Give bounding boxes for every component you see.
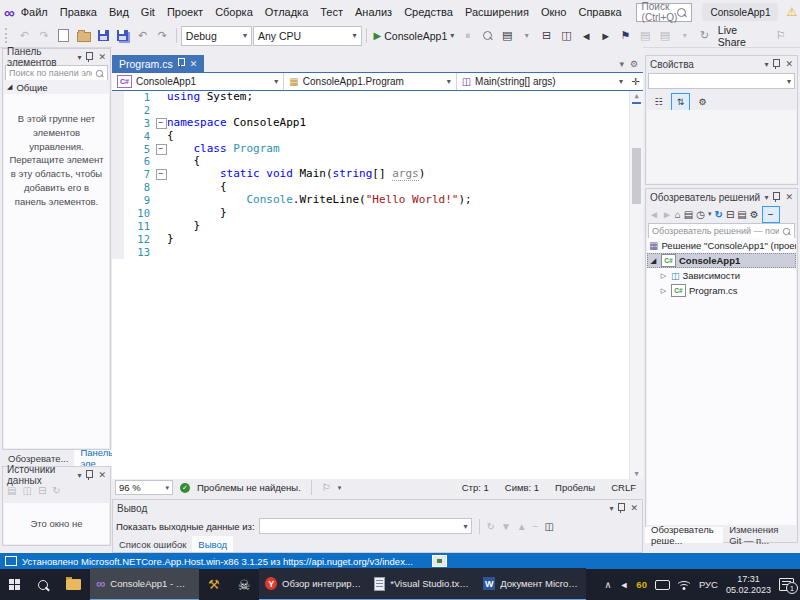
chevron-down-icon[interactable]: ▾: [77, 53, 81, 62]
solution-explorer-search-input[interactable]: Обозреватель решений — поиск (Ctrl+»: [648, 223, 795, 239]
breakpoint-gutter[interactable]: [112, 246, 124, 259]
type-dropdown[interactable]: ▦ ConsoleApp1.Program ▾: [284, 73, 456, 90]
tree-row-project[interactable]: ◢ C# ConsoleApp1: [647, 253, 796, 268]
taskbar-search-button[interactable]: [29, 569, 57, 600]
tab-output[interactable]: Вывод: [192, 536, 233, 552]
code-editor-surface[interactable]: 1using System;23−namespace ConsoleApp14{…: [112, 91, 643, 479]
chevron-down-icon[interactable]: ▾: [609, 504, 613, 513]
start-button[interactable]: [0, 569, 29, 600]
pin-icon[interactable]: [618, 503, 625, 511]
task-tool-app[interactable]: ⚒: [199, 569, 229, 600]
chevron-down-icon[interactable]: ▾: [77, 471, 81, 480]
breakpoint-gutter[interactable]: [112, 181, 124, 194]
properties-wrench-icon[interactable]: ⚙: [750, 209, 759, 220]
pin-icon[interactable]: [86, 52, 93, 60]
code-line[interactable]: 12}: [112, 233, 643, 246]
close-icon[interactable]: ✕: [98, 470, 106, 480]
task-notepad[interactable]: *Visual Studio.txt – ...: [368, 568, 477, 600]
breakpoint-gutter[interactable]: [112, 194, 124, 207]
account-button[interactable]: ConsoleApp1: [702, 3, 778, 21]
quick-search-input[interactable]: Поиск (Ctrl+Q): [636, 3, 693, 22]
menu-file[interactable]: Файл: [15, 0, 54, 24]
fold-collapse-icon[interactable]: −: [156, 118, 167, 129]
editor-vertical-scrollbar[interactable]: ▲ ▼: [629, 91, 643, 479]
web-browser-icon[interactable]: ▤: [498, 26, 517, 45]
chevron-down-icon[interactable]: ▾: [764, 193, 768, 202]
split-window-icon[interactable]: ✛: [628, 73, 643, 90]
switch-views-icon[interactable]: ▤: [684, 209, 693, 220]
categorized-icon[interactable]: ☷: [650, 94, 667, 110]
navigate-back-icon[interactable]: ↶: [15, 26, 34, 45]
close-icon[interactable]: ✕: [785, 59, 793, 69]
toolbox-group-general[interactable]: ◢ Общие: [4, 80, 109, 94]
code-line[interactable]: 11 }: [112, 220, 643, 233]
health-check-icon[interactable]: ✓: [180, 483, 190, 493]
chevron-down-icon[interactable]: ▾: [338, 484, 342, 492]
output-source-dropdown[interactable]: ▾: [259, 518, 472, 534]
alphabetical-icon[interactable]: ⇅: [671, 93, 690, 111]
breakpoint-gutter[interactable]: [112, 168, 124, 181]
open-file-icon[interactable]: [74, 26, 93, 45]
tab-program-cs[interactable]: Program.cs ✕: [112, 55, 204, 72]
refresh-icon[interactable]: ↻: [715, 209, 723, 220]
task-word[interactable]: W Документ Microso...: [477, 568, 586, 600]
indent-decrease-icon[interactable]: ◄: [577, 26, 596, 45]
word-wrap-icon[interactable]: ◫: [545, 521, 554, 532]
task-yandex-browser[interactable]: Y Обзор интегриров...: [259, 568, 368, 600]
publish-status-icon[interactable]: [432, 555, 447, 567]
feedback-icon[interactable]: ⚐: [771, 26, 790, 45]
new-query-icon[interactable]: ⊟: [537, 26, 556, 45]
pin-icon[interactable]: [773, 59, 780, 67]
file-explorer-button[interactable]: [57, 569, 90, 600]
breakpoint-gutter[interactable]: [112, 207, 124, 220]
pin-icon[interactable]: [773, 192, 780, 200]
new-file-icon[interactable]: [54, 26, 73, 45]
eol-indicator[interactable]: CRLF: [611, 482, 636, 493]
toolbar-grip[interactable]: [5, 28, 11, 43]
properties-object-dropdown[interactable]: ▾: [648, 73, 795, 89]
language-indicator[interactable]: РУС: [699, 579, 718, 590]
menu-git[interactable]: Git: [135, 0, 161, 24]
start-debugging-button[interactable]: ▶ ConsoleApp1 ▾: [371, 30, 458, 42]
tree-row-solution[interactable]: ▦ Решение "ConsoleApp1" (проекты: 1 из 1…: [647, 238, 796, 253]
tray-expand-icon[interactable]: ∧: [604, 579, 611, 590]
member-dropdown[interactable]: ◫ Main(string[] args) ▾: [457, 73, 628, 90]
toolbox-search-input[interactable]: Поиск по панели элемен: [5, 65, 108, 81]
scroll-down-icon[interactable]: ▼: [634, 469, 638, 479]
code-line[interactable]: 1using System;: [112, 91, 643, 104]
char-indicator[interactable]: Симв: 1: [505, 482, 539, 493]
close-icon[interactable]: ✕: [98, 52, 106, 62]
task-skull-app[interactable]: ☠: [229, 569, 260, 600]
pin-icon[interactable]: [86, 470, 93, 478]
menu-test[interactable]: Тест: [314, 0, 349, 24]
clock[interactable]: 17:31 05.02.2023: [726, 574, 771, 596]
pin-icon[interactable]: [178, 58, 185, 66]
gear-icon[interactable]: ⚙: [630, 59, 638, 69]
show-all-files-icon[interactable]: ▤: [737, 209, 746, 220]
tray-device-icon[interactable]: [655, 580, 670, 590]
breakpoint-gutter[interactable]: [112, 91, 124, 104]
breakpoint-gutter[interactable]: [112, 143, 124, 156]
tree-row-dependencies[interactable]: ▷ ◫ Зависимости: [647, 268, 796, 283]
toolbar-overflow-icon[interactable]: ▾: [675, 26, 694, 45]
close-icon[interactable]: ✕: [785, 192, 793, 202]
configuration-dropdown[interactable]: Debug ▾: [181, 26, 252, 46]
breakpoint-gutter[interactable]: [112, 155, 124, 168]
code-cleanup-icon[interactable]: ⚐: [322, 482, 331, 493]
spaces-indicator[interactable]: Пробелы: [555, 482, 595, 493]
breakpoint-gutter[interactable]: [112, 220, 124, 233]
redo-icon[interactable]: ↷: [153, 26, 172, 45]
menu-analyze[interactable]: Анализ: [349, 0, 398, 24]
home-icon[interactable]: ⌂: [675, 209, 681, 220]
tab-git-changes[interactable]: Изменения Git — п...: [723, 527, 798, 543]
menu-help[interactable]: Справка: [572, 0, 627, 24]
notification-warning-icon[interactable]: ⚠: [786, 5, 797, 19]
menu-view[interactable]: Вид: [103, 0, 135, 24]
breakpoint-gutter[interactable]: [112, 104, 124, 117]
chevron-down-icon[interactable]: ▾: [619, 59, 624, 69]
schema-compare-icon[interactable]: ◫: [557, 26, 576, 45]
code-line[interactable]: 3−namespace ConsoleApp1: [112, 117, 643, 130]
save-all-icon[interactable]: [114, 26, 133, 45]
wifi-icon[interactable]: [678, 580, 691, 590]
collapsed-icon[interactable]: ▷: [659, 272, 668, 280]
